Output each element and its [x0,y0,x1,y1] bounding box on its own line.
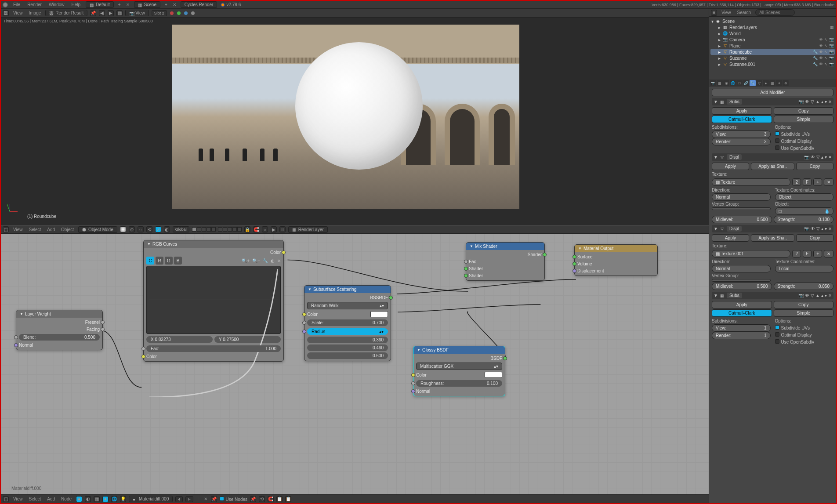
ie-menu-view[interactable]: View [11,11,25,15]
eye-icon[interactable]: 👁 [819,37,823,42]
editor-type-icon[interactable]: 🖼 [3,10,9,16]
properties-tabs[interactable]: 📷 ▦ ◉ 🌐 □ 🔗 🔧 ▽ ● ▦ ✦ ⊚ [709,79,836,87]
subdiv-render-field[interactable]: Render:3 [712,138,771,145]
menu-help[interactable]: Help [70,2,83,7]
render-icon[interactable]: 📷 [829,37,834,42]
screen-layout-selector[interactable]: ▦Default [86,1,114,8]
view-selector[interactable]: 📷View [125,10,149,16]
apply-button[interactable]: Apply [712,107,772,115]
manipulator-translate-icon[interactable]: ↔ [138,226,144,232]
backdrop-icon[interactable]: 📌 [250,496,256,502]
render-preview-icon[interactable]: ▶ [271,226,277,232]
vp-menu-view[interactable]: View [11,227,25,232]
curve-editor[interactable] [146,266,281,334]
snap-node-icon[interactable]: 🧲 [268,496,274,502]
pin-material-icon[interactable]: 📌 [211,496,217,502]
tab-material-icon[interactable]: ● [763,80,769,86]
tab-world-icon[interactable]: 🌐 [730,80,736,86]
lamp-shader-icon[interactable]: 💡 [120,496,126,502]
object-field[interactable]: □💧 [775,207,834,215]
vp-menu-object[interactable]: Object [59,227,76,232]
tab-constraints-icon[interactable]: 🔗 [743,80,749,86]
shader-tree-icon[interactable]: ● [76,496,82,502]
catmull-clark-button[interactable]: Catmull-Clark [712,309,772,317]
node-sss[interactable]: ▼Subsurface Scattering BSSRDF Random Wal… [304,285,391,361]
editor-type-node-icon[interactable]: ◫ [3,496,9,502]
world-shader-icon[interactable]: 🌐 [111,496,117,502]
opt-subdivide-uvs[interactable]: Subdivide UVs [775,131,834,138]
compositor-tree-icon[interactable]: ◐ [85,496,91,502]
shading-icon[interactable] [120,226,126,232]
texcoord-dropdown[interactable]: Local [775,265,834,272]
strength-field[interactable]: Strength:0.050 [774,283,834,290]
material-users[interactable]: 4 [175,496,183,502]
direction-dropdown[interactable]: Normal [712,193,771,201]
unlink-texture-button[interactable]: ✕ [824,250,833,257]
tab-renderlayers-icon[interactable]: ▦ [717,80,723,86]
delete-modifier-icon[interactable]: ✕ [828,293,832,298]
curve-channel-tabs[interactable]: C R G B 🔍+ 🔍− 🔧 ◐ ✕ [146,257,281,265]
paste-nodes-icon[interactable]: 📋 [285,496,291,502]
outliner-row-roundcube[interactable]: ▸▽Roundcube🔧👁↖📷 [710,49,835,55]
delete-modifier-icon[interactable]: ✕ [828,99,832,104]
opt-opensubdiv[interactable]: Use OpenSubdiv [775,145,834,152]
add-modifier-dropdown[interactable]: Add Modifier [712,89,833,96]
zoom-out-icon[interactable]: 🔍− [252,258,260,263]
texture-datablock[interactable]: ▦ Texture [712,178,790,186]
vp-menu-select[interactable]: Select [27,227,43,232]
render-toggle-icon[interactable]: 📷 [798,99,804,104]
modifier-name[interactable]: Displ [727,154,742,160]
opt-opensubdiv[interactable]: Use OpenSubdiv [775,338,834,345]
texture-tree-icon[interactable]: ▦ [94,496,100,502]
eyedropper-icon[interactable]: 💧 [824,209,830,214]
input-roughness[interactable]: Roughness:0.100 [416,380,502,387]
channel-b-icon[interactable] [184,11,188,15]
node-glossy-bsdf[interactable]: ▼Glossy BSDF BSDF Multiscatter GGX▴▾ Col… [413,346,505,396]
outliner-row-world[interactable]: ▸🌐World [710,30,835,36]
texcoord-dropdown[interactable]: Object [775,193,834,201]
simple-button[interactable]: Simple [774,116,834,123]
render-pause-icon[interactable]: ⏸ [279,226,286,232]
move-down-icon[interactable]: ▾ [825,99,827,104]
vgroup-field[interactable] [712,207,771,210]
direction-dropdown[interactable]: Normal [712,265,771,272]
image-editor-viewport[interactable]: (1) Roundcube [1,25,709,225]
delete-point-icon[interactable]: ✕ [277,258,281,263]
node-material-output[interactable]: ▼Material Output Surface Volume Displace… [574,244,658,276]
copy-button[interactable]: Copy [774,107,834,115]
pivot-icon[interactable]: ⊙ [129,226,135,232]
snap-icon[interactable]: 🧲 [253,226,259,232]
node-mix-shader[interactable]: ▼Mix Shader Shader Fac Shader Shader [466,242,545,281]
fake-user-button[interactable]: F [803,250,812,257]
outliner-row-renderlayers[interactable]: ▸▦RenderLayers▦ [710,24,835,30]
node-layer-weight[interactable]: ▼Layer Weight Fresnel Facing Blend:0.500… [16,310,103,350]
scene-layers[interactable] [192,227,242,232]
ne-menu-node[interactable]: Node [59,497,73,501]
layout-add-button[interactable]: + [117,2,122,7]
apply-button[interactable]: Apply [712,163,749,170]
modifier-name[interactable]: Subs [727,293,742,298]
manipulator-combined-icon[interactable]: ◐ [164,226,170,232]
editor-type-outliner-icon[interactable]: ≡ [711,10,717,16]
restrict-icon[interactable]: ▦ [830,25,834,29]
channel-a-icon[interactable] [191,11,195,15]
zoom-in-icon[interactable]: 🔍+ [242,258,250,263]
tab-render-icon[interactable]: 📷 [710,80,716,86]
subdiv-view-field[interactable]: View:1 [712,324,771,332]
copy-nodes-icon[interactable]: 📋 [276,496,283,502]
unlink-texture-button[interactable]: ✕ [824,178,833,186]
radius-g[interactable]: 0.460 [307,344,388,351]
modifier-name[interactable]: Displ [727,226,742,232]
cursor-icon[interactable]: ↖ [824,37,828,42]
radius-r[interactable]: 0.360 [307,337,388,343]
copy-button[interactable]: Copy [796,163,833,170]
auto-render-icon[interactable]: ⟲ [259,496,265,502]
material-unlink-button[interactable]: ✕ [203,497,208,501]
outliner-row-camera[interactable]: ▸📷Camera👁↖📷 [710,36,835,43]
input-scale[interactable]: Scale:0.700 [307,319,388,326]
curve-tab-r[interactable]: R [156,257,163,265]
opt-optimal-display[interactable]: Optimal Display [775,138,834,145]
opt-optimal-display[interactable]: Optimal Display [775,331,834,338]
simple-button[interactable]: Simple [774,309,834,317]
outliner-scope-dropdown[interactable]: All Scenes [755,9,795,16]
